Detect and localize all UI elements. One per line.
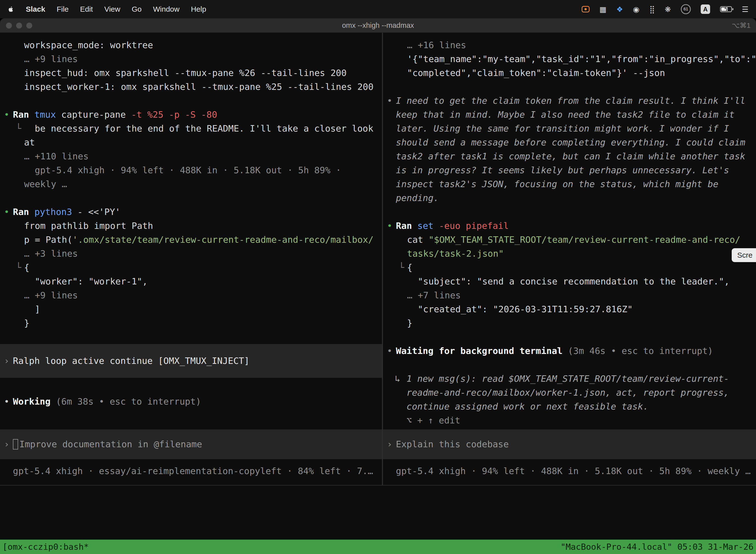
- terminal-line: from pathlib import Path: [0, 219, 382, 233]
- thinking-line: •I need to get the claim token from the …: [383, 94, 756, 108]
- menu-window[interactable]: Window: [153, 5, 180, 13]
- ran-tmux-line: •Ran tmux capture-pane -t %25 -p -S -80: [0, 108, 382, 122]
- arrow-icon: ↳: [395, 372, 400, 386]
- terminal-line: workspace_mode: worktree: [0, 38, 382, 52]
- terminal-line: at: [0, 135, 382, 150]
- omx-status-bar: [OMX#0.11.9] cczip/essay/ai-reimplementa…: [5, 493, 756, 507]
- terminal-line: inspect_hud: omx sparkshell --tmux-pane …: [0, 66, 382, 80]
- mailbox-msg-line: continue assigned work or next feasible …: [383, 400, 756, 413]
- window-title-bar: omx --xhigh --madmax ⌥⌘1: [0, 18, 756, 33]
- bullet-icon: •: [4, 205, 9, 219]
- terminal-line: … +9 lines: [0, 52, 382, 66]
- terminal-line: └be necessary for the end of the README.…: [0, 122, 382, 135]
- bullet-icon: •: [4, 108, 9, 122]
- terminal-line: └{: [0, 261, 382, 275]
- bullet-icon: •: [387, 94, 392, 108]
- keyboard-icon[interactable]: ▦: [600, 5, 607, 14]
- left-pane[interactable]: workspace_mode: worktree … +9 lines insp…: [0, 33, 382, 485]
- thinking-line: inspect task2's JSON, focusing on the st…: [383, 177, 756, 191]
- chevron-icon: ›: [4, 437, 9, 451]
- model-status-line: gpt-5.4 xhigh · 94% left · 488K in · 5.1…: [383, 464, 756, 478]
- working-status-line: •Working (6m 38s • esc to interrupt): [0, 395, 382, 408]
- zoom-button[interactable]: [26, 22, 32, 29]
- terminal-line: … +9 lines: [0, 288, 382, 302]
- terminal-line: tasks/task-2.json": [383, 247, 756, 261]
- prompt-improve-docs[interactable]: ›Improve documentation in @filename: [0, 429, 382, 459]
- terminal-line: }: [0, 316, 382, 330]
- right-pane[interactable]: … +16 lines '{"team_name":"my-team","tas…: [383, 33, 756, 485]
- terminal-line: gpt-5.4 xhigh · 94% left · 488K in · 5.1…: [0, 163, 382, 177]
- hook-icon: └: [16, 261, 21, 275]
- hook-icon: └: [399, 261, 404, 275]
- menu-view[interactable]: View: [104, 5, 120, 13]
- menu-bar: Slack File Edit View Go Window Help ▦ ❖ …: [0, 0, 756, 18]
- screen: Slack File Edit View Go Window Help ▦ ❖ …: [0, 0, 756, 554]
- chevron-icon: ›: [387, 437, 392, 451]
- model-status-line: gpt-5.4 xhigh · essay/ai-reimplementatio…: [0, 464, 382, 478]
- chevron-icon: ›: [4, 354, 9, 368]
- bullet-icon: •: [4, 395, 9, 408]
- app-menu-slack[interactable]: Slack: [26, 5, 45, 13]
- bullet-icon: •: [387, 344, 392, 358]
- apple-menu[interactable]: [7, 6, 14, 13]
- menu-go[interactable]: Go: [132, 5, 142, 13]
- bullet-icon: •: [387, 219, 392, 233]
- octopus-icon[interactable]: ❋: [665, 5, 671, 14]
- window-title: omx --xhigh --madmax: [342, 21, 414, 30]
- thinking-line: pending.: [383, 191, 756, 205]
- terminal-line: … +110 lines: [0, 150, 382, 163]
- tmux-status-bar: [omx-cczip0:bash* "MacBook-Pro-44.local"…: [0, 540, 756, 554]
- terminal-line: "subject": "send a concise recommendatio…: [383, 275, 756, 288]
- terminal-line: "created_at": "2026-03-31T11:59:27.816Z": [383, 302, 756, 316]
- ghostty-icon[interactable]: ◉: [633, 5, 639, 14]
- battery-gauge-icon[interactable]: 61: [681, 4, 691, 14]
- control-center-icon[interactable]: ☰: [742, 5, 749, 14]
- mailbox-msg-line: ↳1 new msg(s): read $OMX_TEAM_STATE_ROOT…: [383, 372, 756, 386]
- terminal-line: … +3 lines: [0, 247, 382, 261]
- menu-edit[interactable]: Edit: [80, 5, 93, 13]
- waiting-status-line: •Waiting for background terminal (3m 46s…: [383, 344, 756, 358]
- apps-grid-icon[interactable]: ⣿: [649, 5, 655, 14]
- prompt-explain-codebase[interactable]: ›Explain this codebase: [383, 429, 756, 459]
- window-shortcut: ⌥⌘1: [732, 21, 751, 30]
- menu-bar-status-icons: ▦ ❖ ◉ ⣿ ❋ 61 A ϟ ☰: [582, 4, 749, 14]
- apple-icon: [7, 6, 14, 13]
- terminal-line: weekly …: [0, 177, 382, 191]
- pane-bottom-divider: [0, 485, 756, 486]
- terminal-window: omx --xhigh --madmax ⌥⌘1 workspace_mode:…: [0, 18, 756, 554]
- traffic-lights: [6, 22, 32, 29]
- battery-charging-icon[interactable]: ϟ: [720, 6, 732, 12]
- charging-bolt-icon: ϟ: [721, 5, 731, 12]
- ran-set-line: •Ran set -euo pipefail: [383, 219, 756, 233]
- terminal: workspace_mode: worktree … +9 lines insp…: [0, 33, 756, 554]
- hook-icon: └: [16, 122, 21, 135]
- menu-help[interactable]: Help: [191, 5, 206, 13]
- swift-icon[interactable]: ❖: [616, 5, 623, 14]
- edit-hint-line: ⌥ + ↑ edit: [383, 413, 756, 428]
- ran-python-line: •Ran python3 - <<'PY': [0, 205, 382, 219]
- terminal-line: cat "$OMX_TEAM_STATE_ROOT/team/review-cu…: [383, 233, 756, 247]
- terminal-line: "completed","claim_token":"claim-token"}…: [383, 66, 756, 80]
- tmux-host-clock: "MacBook-Pro-44.local" 05:03 31-Mar-26: [561, 540, 754, 554]
- text-cursor: [13, 439, 18, 449]
- minimize-button[interactable]: [16, 22, 22, 29]
- close-button[interactable]: [6, 22, 12, 29]
- terminal-line: inspect_worker-1: omx sparkshell --tmux-…: [0, 80, 382, 94]
- terminal-line: }: [383, 316, 756, 330]
- terminal-line: p = Path('.omx/state/team/review-current…: [0, 233, 382, 247]
- thinking-line: is in progress? It seems likely but perh…: [383, 163, 756, 177]
- input-source-icon[interactable]: A: [701, 4, 710, 14]
- screen-pill-button[interactable]: Scre: [732, 248, 756, 262]
- thinking-line: task2 after task1 is complete, but can I…: [383, 150, 756, 163]
- thinking-line: later. Using the same for transition mig…: [383, 122, 756, 135]
- thinking-line: keep that in mind. Maybe I also need the…: [383, 108, 756, 122]
- mailbox-msg-line: readme-and-reco/mailbox/worker-1.json, a…: [383, 386, 756, 400]
- terminal-line: '{"team_name":"my-team","task_id":"1","f…: [383, 52, 756, 66]
- menu-file[interactable]: File: [57, 5, 68, 13]
- terminal-line: ]: [0, 302, 382, 316]
- ralph-loop-banner: ›Ralph loop active continue [OMX_TMUX_IN…: [0, 344, 382, 378]
- terminal-line: … +7 lines: [383, 288, 756, 302]
- tmux-session-name[interactable]: [omx-cczip0:bash*: [2, 540, 89, 554]
- terminal-line: └{: [383, 261, 756, 275]
- screen-record-icon[interactable]: [582, 6, 589, 12]
